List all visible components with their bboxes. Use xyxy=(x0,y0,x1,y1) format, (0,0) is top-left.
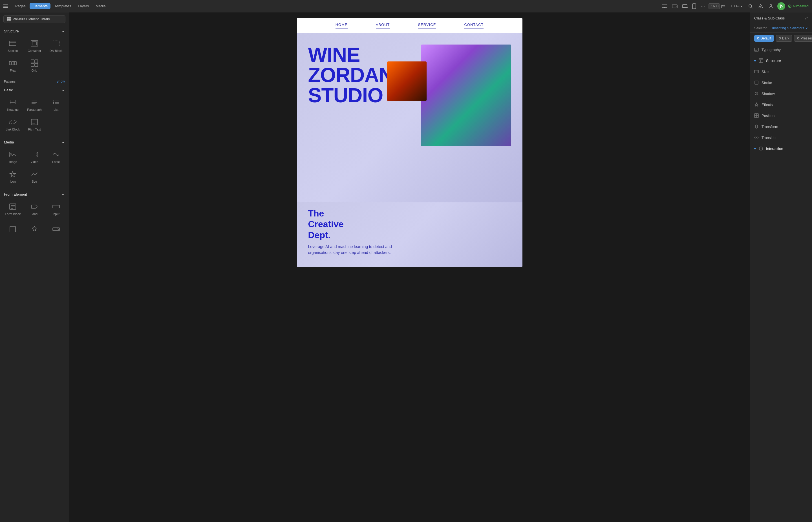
element-paragraph[interactable]: Paragraph xyxy=(24,95,45,114)
state-default[interactable]: Default xyxy=(754,35,774,42)
style-structure[interactable]: Structure xyxy=(750,55,812,66)
svg-point-52 xyxy=(11,153,12,154)
state-dark[interactable]: Dark xyxy=(776,35,792,42)
stroke-icon xyxy=(754,80,759,85)
svg-icon xyxy=(30,170,39,179)
video-icon xyxy=(30,150,39,159)
right-panel: Class & Sub-Class ⤢ Selector Inheriting … xyxy=(750,13,812,522)
style-position[interactable]: Position xyxy=(750,110,812,121)
element-container[interactable]: Container xyxy=(24,36,45,55)
svg-point-45 xyxy=(53,102,54,103)
structure-active-dot xyxy=(754,60,756,61)
transition-icon xyxy=(754,135,759,140)
pre-built-button[interactable]: Pre-built Element Library xyxy=(3,15,65,23)
element-video[interactable]: Video xyxy=(24,147,45,166)
device-laptop[interactable] xyxy=(681,3,689,9)
nav-layers[interactable]: Layers xyxy=(75,3,92,9)
expand-button[interactable]: ⤢ xyxy=(805,16,808,20)
search-button[interactable] xyxy=(747,2,754,10)
nav-about[interactable]: ABOUT xyxy=(376,23,390,28)
svg-rect-19 xyxy=(7,18,9,19)
svg-rect-32 xyxy=(35,60,38,63)
style-size[interactable]: Size xyxy=(750,66,812,77)
element-heading[interactable]: Heading xyxy=(2,95,23,114)
element-section[interactable]: Section xyxy=(2,36,23,55)
element-link-block[interactable]: Link Block xyxy=(2,115,23,134)
svg-point-79 xyxy=(755,137,756,138)
play-button[interactable] xyxy=(777,2,785,10)
element-badge[interactable] xyxy=(24,222,45,237)
nav-media[interactable]: Media xyxy=(93,3,108,9)
device-mobile[interactable] xyxy=(691,2,697,10)
nav-elements[interactable]: Elements xyxy=(29,3,51,9)
svg-rect-59 xyxy=(10,226,16,232)
element-checkbox[interactable] xyxy=(2,222,23,237)
svg-rect-0 xyxy=(662,4,667,7)
media-section-header[interactable]: Media xyxy=(0,137,69,146)
style-shadow[interactable]: Shadow xyxy=(750,88,812,99)
form-section-header[interactable]: From Element xyxy=(0,189,69,198)
svg-rect-58 xyxy=(53,205,59,208)
nav-contact[interactable]: CONTACT xyxy=(464,23,483,28)
element-flex[interactable]: Flex xyxy=(2,56,23,75)
image-icon xyxy=(8,150,17,159)
svg-rect-30 xyxy=(14,61,16,65)
element-rich-text[interactable]: Rich Text xyxy=(24,115,45,134)
nav-service[interactable]: SERVICE xyxy=(418,23,436,28)
element-input[interactable]: Input xyxy=(45,199,66,218)
top-bar: Pages Elements Templates Layers Media px xyxy=(0,0,812,13)
device-tablet-landscape[interactable] xyxy=(671,3,679,9)
svg-point-46 xyxy=(53,103,54,104)
nav-pages[interactable]: Pages xyxy=(13,3,28,9)
element-form-block[interactable]: Form Block xyxy=(2,199,23,218)
svg-point-12 xyxy=(749,4,752,7)
canvas[interactable]: HOME ABOUT SERVICE CONTACT WINEZORDANSTU… xyxy=(69,13,750,522)
device-more[interactable] xyxy=(699,3,706,9)
typography-icon xyxy=(754,47,759,52)
state-pressed[interactable]: Pressed xyxy=(794,35,812,42)
style-interaction[interactable]: Interaction xyxy=(750,143,812,154)
style-effects[interactable]: Effects xyxy=(750,99,812,110)
style-typography[interactable]: Typography xyxy=(750,44,812,55)
menu-icon[interactable] xyxy=(3,4,8,8)
element-label[interactable]: Label xyxy=(24,199,45,218)
element-image[interactable]: Image xyxy=(2,147,23,166)
element-grid[interactable]: Grid xyxy=(24,56,45,75)
hero-description: Leverage AI and machine learning to dete… xyxy=(308,244,393,256)
structure-section-header[interactable]: Structure xyxy=(0,26,69,35)
device-desktop[interactable] xyxy=(660,3,669,9)
label-icon xyxy=(30,202,39,211)
lottie-icon xyxy=(52,150,61,159)
resolution-input[interactable] xyxy=(709,3,720,9)
position-icon xyxy=(754,113,759,118)
element-svg[interactable]: Svg xyxy=(24,167,45,186)
style-stroke[interactable]: Stroke xyxy=(750,77,812,88)
element-list[interactable]: List xyxy=(45,95,66,114)
element-icon[interactable]: Icon xyxy=(2,167,23,186)
heading-icon xyxy=(8,98,17,107)
nav-home[interactable]: HOME xyxy=(336,23,348,28)
style-transform[interactable]: Transform xyxy=(750,121,812,132)
element-divblock[interactable]: Div Block xyxy=(45,36,66,55)
svg-point-8 xyxy=(694,8,694,8)
warning-button[interactable] xyxy=(757,2,764,10)
left-panel: Pre-built Element Library Structure Sect… xyxy=(0,13,69,522)
zoom-control[interactable]: 100% xyxy=(729,3,744,9)
element-lottie[interactable]: Lottie xyxy=(45,147,66,166)
basic-section-header[interactable]: Basic xyxy=(0,85,69,94)
effects-icon xyxy=(754,102,759,107)
svg-point-44 xyxy=(53,101,54,101)
selectors-dropdown[interactable]: Inheriting 5 Selectors xyxy=(772,26,808,30)
nav-templates[interactable]: Templates xyxy=(52,3,74,9)
svg-point-63 xyxy=(797,38,799,39)
user-button[interactable] xyxy=(767,2,774,10)
form-grid: Form Block Label Input xyxy=(0,198,69,222)
style-transition[interactable]: Transition xyxy=(750,132,812,143)
selectors-count: 5 Selectors xyxy=(787,26,804,30)
element-select[interactable] xyxy=(45,222,66,237)
svg-rect-20 xyxy=(9,18,11,19)
pre-built-bar: Pre-built Element Library xyxy=(0,13,69,26)
svg-rect-23 xyxy=(9,41,16,46)
svg-line-13 xyxy=(751,7,753,8)
hero-subtitle: TheCreativeDept. xyxy=(308,208,511,240)
